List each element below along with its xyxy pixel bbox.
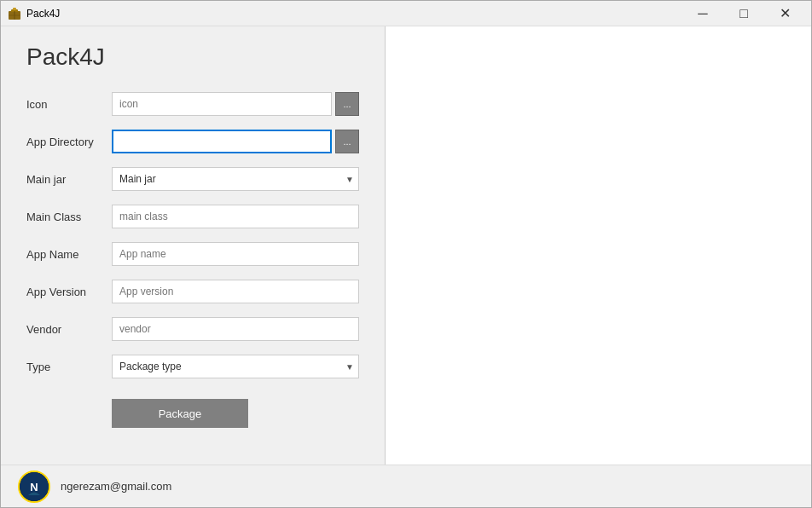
app-name-row: App Name bbox=[26, 242, 359, 266]
app-name-input[interactable] bbox=[112, 242, 359, 266]
user-email: ngerezam@gmail.com bbox=[61, 480, 171, 493]
app-version-input[interactable] bbox=[112, 280, 359, 303]
icon-input[interactable] bbox=[112, 92, 332, 116]
icon-label: Icon bbox=[26, 98, 112, 111]
package-button[interactable]: Package bbox=[112, 399, 248, 428]
app-directory-input[interactable] bbox=[112, 130, 332, 153]
maximize-icon: □ bbox=[740, 6, 748, 21]
app-version-label: App Version bbox=[26, 286, 112, 298]
package-button-row: Package bbox=[26, 392, 359, 428]
icon-row: Icon ... bbox=[26, 92, 359, 116]
app-directory-label: App Directory bbox=[26, 136, 112, 148]
main-class-input[interactable] bbox=[112, 205, 359, 228]
type-row: Type Package type ▼ bbox=[26, 355, 359, 378]
minimize-icon: ─ bbox=[698, 6, 707, 21]
type-dropdown-wrapper: Package type ▼ bbox=[112, 355, 359, 378]
app-title: Pack4J bbox=[26, 43, 359, 71]
app-name-label: App Name bbox=[26, 248, 112, 261]
app-directory-browse-button[interactable]: ... bbox=[335, 130, 359, 153]
main-jar-row: Main jar Main jar ▼ bbox=[26, 167, 359, 191]
avatar-inner: N bbox=[20, 472, 49, 501]
app-version-row: App Version bbox=[26, 280, 359, 303]
vendor-input[interactable] bbox=[112, 317, 359, 341]
avatar: N bbox=[18, 470, 50, 503]
app-icon bbox=[8, 7, 21, 20]
minimize-button[interactable]: ─ bbox=[683, 1, 722, 26]
vendor-row: Vendor bbox=[26, 317, 359, 341]
right-panel bbox=[385, 26, 811, 465]
close-button[interactable]: ✕ bbox=[765, 1, 804, 26]
icon-browse-button[interactable]: ... bbox=[335, 92, 359, 116]
main-window: Pack4J ─ □ ✕ Pack4J Icon ... bbox=[0, 0, 812, 508]
title-bar: Pack4J ─ □ ✕ bbox=[1, 1, 811, 26]
type-label: Type bbox=[26, 361, 112, 373]
vendor-label: Vendor bbox=[26, 323, 112, 336]
svg-rect-2 bbox=[13, 8, 16, 10]
window-title: Pack4J bbox=[26, 8, 683, 20]
main-class-row: Main Class bbox=[26, 205, 359, 228]
main-class-label: Main Class bbox=[26, 211, 112, 223]
maximize-button[interactable]: □ bbox=[724, 1, 763, 26]
bottom-bar: N ngerezam@gmail.com bbox=[1, 465, 811, 507]
left-panel: Pack4J Icon ... App Directory ... Main j… bbox=[1, 26, 385, 465]
main-jar-dropdown-wrapper: Main jar ▼ bbox=[112, 167, 359, 191]
close-icon: ✕ bbox=[780, 5, 791, 21]
window-controls: ─ □ ✕ bbox=[683, 1, 804, 26]
main-jar-label: Main jar bbox=[26, 173, 112, 186]
svg-text:N: N bbox=[30, 481, 38, 494]
main-jar-select[interactable]: Main jar bbox=[112, 167, 359, 191]
type-select[interactable]: Package type bbox=[112, 355, 359, 378]
content-area: Pack4J Icon ... App Directory ... Main j… bbox=[1, 26, 811, 465]
app-directory-row: App Directory ... bbox=[26, 130, 359, 153]
